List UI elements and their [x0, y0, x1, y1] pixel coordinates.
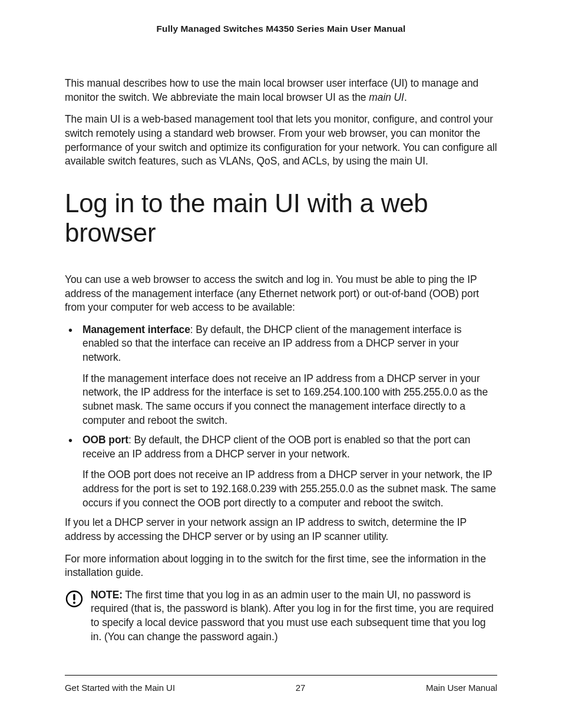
- bullet-sub: If the OOB port does not receive an IP a…: [82, 468, 497, 510]
- intro-paragraph-1: This manual describes how to use the mai…: [65, 77, 497, 104]
- after-paragraph-2: For more information about logging in to…: [65, 552, 497, 580]
- bullet-list: Management interface: By default, the DH…: [65, 323, 497, 510]
- alert-icon: [65, 589, 84, 611]
- svg-rect-1: [73, 594, 75, 600]
- bullet-term: Management interface: [82, 324, 190, 335]
- footer-page-number: 27: [296, 683, 306, 693]
- document-header: Fully Managed Switches M4350 Series Main…: [65, 24, 497, 34]
- svg-point-2: [73, 601, 75, 604]
- intro-paragraph-1b: .: [404, 91, 407, 103]
- after-paragraph-1: If you let a DHCP server in your network…: [65, 516, 497, 543]
- document-page: Fully Managed Switches M4350 Series Main…: [0, 0, 562, 728]
- footer-rule: [65, 675, 497, 676]
- note-block: NOTE: The first time that you log in as …: [65, 588, 497, 644]
- bullet-term: OOB port: [82, 434, 128, 446]
- intro-paragraph-2: The main UI is a web-based management to…: [65, 113, 497, 169]
- bullet-desc: : By default, the DHCP client of the OOB…: [82, 434, 470, 460]
- section-heading: Log in to the main UI with a web browser: [65, 189, 497, 248]
- bullet-sub: If the management interface does not rec…: [82, 372, 497, 428]
- note-label: NOTE:: [91, 589, 123, 601]
- section-lead: You can use a web browser to access the …: [65, 273, 497, 315]
- footer-right: Main User Manual: [426, 683, 497, 693]
- note-text: NOTE: The first time that you log in as …: [91, 588, 497, 644]
- note-body: The first time that you log in as an adm…: [91, 589, 494, 643]
- footer-left: Get Started with the Main UI: [65, 683, 175, 693]
- bullet-item-management-interface: Management interface: By default, the DH…: [65, 323, 497, 427]
- intro-paragraph-1a: This manual describes how to use the mai…: [65, 77, 478, 103]
- bullet-item-oob-port: OOB port: By default, the DHCP client of…: [65, 433, 497, 510]
- page-footer: Get Started with the Main UI 27 Main Use…: [65, 675, 497, 693]
- intro-paragraph-1-emphasis: main UI: [369, 91, 404, 103]
